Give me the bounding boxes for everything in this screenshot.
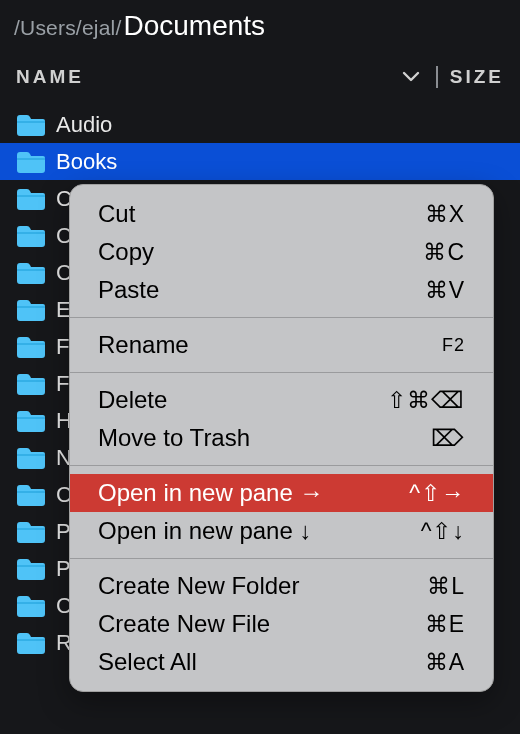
- menu-item-copy[interactable]: Copy⌘C: [70, 233, 493, 271]
- menu-item-shortcut: ^⇧→: [409, 480, 465, 507]
- folder-icon: [16, 594, 46, 618]
- path-bar: /Users/ejal/ Documents: [0, 0, 520, 56]
- menu-item-label: Open in new pane →: [98, 479, 323, 507]
- column-divider: [436, 66, 438, 88]
- file-row-label: Audio: [56, 112, 112, 138]
- menu-separator: [70, 317, 493, 318]
- folder-icon: [16, 261, 46, 285]
- menu-item-label: Create New File: [98, 610, 270, 638]
- menu-item-cut[interactable]: Cut⌘X: [70, 195, 493, 233]
- column-name[interactable]: NAME: [16, 66, 402, 88]
- folder-icon: [16, 187, 46, 211]
- menu-item-rename[interactable]: RenameF2: [70, 326, 493, 364]
- menu-item-open-right[interactable]: Open in new pane →^⇧→: [70, 474, 493, 512]
- menu-item-shortcut: ⌘A: [425, 649, 465, 676]
- file-row-label: F: [56, 371, 69, 397]
- folder-icon: [16, 335, 46, 359]
- folder-icon: [16, 150, 46, 174]
- folder-icon: [16, 446, 46, 470]
- menu-separator: [70, 372, 493, 373]
- path-current: Documents: [123, 10, 265, 42]
- menu-item-shortcut: F2: [442, 335, 465, 356]
- menu-item-paste[interactable]: Paste⌘V: [70, 271, 493, 309]
- menu-item-delete[interactable]: Delete⇧⌘⌫: [70, 381, 493, 419]
- folder-icon: [16, 557, 46, 581]
- folder-icon: [16, 372, 46, 396]
- sort-indicator-icon[interactable]: [402, 71, 420, 83]
- file-row-label: F: [56, 334, 69, 360]
- folder-icon: [16, 224, 46, 248]
- menu-item-shortcut: ⌘C: [423, 239, 465, 266]
- path-prefix: /Users/ejal/: [14, 16, 121, 40]
- menu-item-trash[interactable]: Move to Trash⌦: [70, 419, 493, 457]
- menu-item-label: Create New Folder: [98, 572, 299, 600]
- column-size-label[interactable]: SIZE: [450, 66, 504, 88]
- menu-item-label: Copy: [98, 238, 154, 266]
- menu-item-label: Move to Trash: [98, 424, 250, 452]
- context-menu: Cut⌘XCopy⌘CPaste⌘VRenameF2Delete⇧⌘⌫Move …: [69, 184, 494, 692]
- menu-item-shortcut: ⌘V: [425, 277, 465, 304]
- menu-item-shortcut: ^⇧↓: [421, 518, 465, 545]
- menu-item-open-down[interactable]: Open in new pane ↓^⇧↓: [70, 512, 493, 550]
- menu-item-label: Paste: [98, 276, 159, 304]
- folder-icon: [16, 631, 46, 655]
- menu-item-label: Open in new pane ↓: [98, 517, 311, 545]
- menu-item-shortcut: ⌘E: [425, 611, 465, 638]
- menu-item-label: Select All: [98, 648, 197, 676]
- menu-item-select-all[interactable]: Select All⌘A: [70, 643, 493, 681]
- menu-item-new-file[interactable]: Create New File⌘E: [70, 605, 493, 643]
- file-row[interactable]: Audio: [0, 106, 520, 143]
- folder-icon: [16, 409, 46, 433]
- menu-separator: [70, 465, 493, 466]
- file-row-label: Books: [56, 149, 117, 175]
- menu-item-label: Rename: [98, 331, 189, 359]
- menu-item-label: Delete: [98, 386, 167, 414]
- menu-item-label: Cut: [98, 200, 135, 228]
- folder-icon: [16, 483, 46, 507]
- folder-icon: [16, 298, 46, 322]
- menu-item-new-folder[interactable]: Create New Folder⌘L: [70, 567, 493, 605]
- folder-icon: [16, 520, 46, 544]
- file-row[interactable]: Books: [0, 143, 520, 180]
- folder-icon: [16, 113, 46, 137]
- menu-item-shortcut: ⌦: [431, 425, 465, 452]
- column-name-label: NAME: [16, 66, 84, 88]
- column-header: NAME SIZE: [0, 56, 520, 100]
- menu-separator: [70, 558, 493, 559]
- menu-item-shortcut: ⌘L: [427, 573, 465, 600]
- menu-item-shortcut: ⇧⌘⌫: [387, 387, 465, 414]
- menu-item-shortcut: ⌘X: [425, 201, 465, 228]
